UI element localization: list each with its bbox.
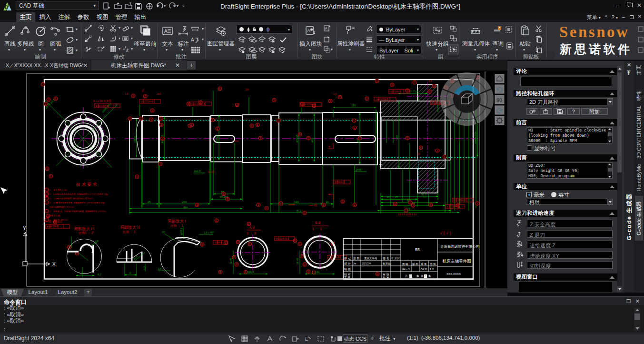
svg-text:⊕|⌀0.15|A-B: ⊕|⌀0.15|A-B xyxy=(95,104,109,107)
svg-text:134: 134 xyxy=(315,271,319,273)
svg-text:第: 第 xyxy=(421,274,424,277)
svg-text:3.0 6 X ⌀10E-6 6J: 3.0 6 X ⌀10E-6 6J xyxy=(398,213,416,216)
svg-text:5、 题轴颈 (S、12外圆) 用涂色法检查, 其接触面积不: 5、 题轴颈 (S、12外圆) 用涂色法检查, 其接触面积不小于75%, xyxy=(50,210,106,212)
svg-text:图 幅: 图 幅 xyxy=(402,263,408,266)
svg-text:+: + xyxy=(112,37,114,40)
svg-text:110: 110 xyxy=(351,104,356,107)
svg-text:◎|⌀0.02|A-B: ◎|⌀0.02|A-B xyxy=(375,98,389,101)
svg-text:119: 119 xyxy=(294,201,299,203)
svg-text:2.5: 2.5 xyxy=(245,88,248,91)
svg-text:16 H9: 16 H9 xyxy=(296,258,299,264)
svg-text:45: 45 xyxy=(148,201,151,203)
svg-text:√ ( √ ): √ ( √ ) xyxy=(440,231,451,235)
svg-text:116.5: 116.5 xyxy=(248,271,254,273)
svg-text:— III: — III xyxy=(309,203,317,207)
svg-text:重 量: 重 量 xyxy=(421,263,427,265)
svg-text:A: A xyxy=(325,27,327,30)
svg-text:质 数: 质 数 xyxy=(353,257,360,260)
svg-text:且靠近大端。: 且靠近大端。 xyxy=(50,214,62,217)
svg-text:3x2: 3x2 xyxy=(157,92,161,95)
svg-text:1.2: 1.2 xyxy=(143,266,146,270)
svg-text:90: 90 xyxy=(496,97,502,103)
svg-text:55: 55 xyxy=(415,247,420,252)
svg-text:8 x ⌀ 31 孔布置: 8 x ⌀ 31 孔布置 xyxy=(93,100,111,103)
svg-text:批 准: 批 准 xyxy=(383,276,389,280)
svg-text:⌀|0.02|A-B: ⌀|0.02|A-B xyxy=(390,90,401,93)
svg-text:E: E xyxy=(305,336,308,342)
svg-text:34: 34 xyxy=(326,201,329,203)
svg-text:12 H9: 12 H9 xyxy=(229,258,232,264)
svg-text:50: 50 xyxy=(417,152,420,155)
svg-text:311: 311 xyxy=(183,205,188,208)
svg-text:-03|A-B: -03|A-B xyxy=(214,241,223,244)
svg-text:⌀198.3: ⌀198.3 xyxy=(180,228,183,235)
svg-text:230: 230 xyxy=(182,201,187,203)
svg-text:7° 7'14": 7° 7'14" xyxy=(409,90,419,93)
svg-text:比例0 ： 1: 比例0 ： 1 xyxy=(79,231,93,235)
svg-text:1.6 x 45°: 1.6 x 45° xyxy=(204,231,214,234)
svg-text:2021/2/4: 2021/2/4 xyxy=(362,263,371,265)
svg-text:54.31: 54.31 xyxy=(421,268,427,271)
svg-text:设 计: 设 计 xyxy=(344,262,351,265)
svg-text:审 核: 审 核 xyxy=(383,273,389,276)
svg-text:6、 热处理, HRC52。: 6、 热处理, HRC52。 xyxy=(50,219,69,221)
svg-text:签 名: 签 名 xyxy=(383,257,389,260)
svg-text:机床主轴零件图: 机床主轴零件图 xyxy=(442,259,471,263)
svg-text:修 记: 修 记 xyxy=(344,256,351,260)
svg-text:共: 共 xyxy=(405,274,408,277)
svg-text:制 图: 制 图 xyxy=(344,268,351,271)
svg-text:年.月.日: 年.月.日 xyxy=(391,257,400,260)
svg-text:1.3: 1.3 xyxy=(428,80,432,82)
svg-text:技 术 要 求: 技 术 要 求 xyxy=(76,182,97,187)
svg-text:3、 1,30锥孔表面粗糙度, 轴向圆跳动公差为±0.1。: 3、 1,30锥孔表面粗糙度, 轴向圆跳动公差为±0.1。 xyxy=(50,197,95,200)
svg-text:⌀45js5: ⌀45js5 xyxy=(296,135,298,142)
svg-text:X: X xyxy=(52,262,56,267)
svg-text:1 ： 3: 1 ： 3 xyxy=(312,227,322,231)
svg-text:⌀|0.025|A-B: ⌀|0.025|A-B xyxy=(140,100,153,103)
svg-text:比例 ： 1: 比例 ： 1 xyxy=(123,230,136,234)
svg-text:比例 ： 1: 比例 ： 1 xyxy=(170,224,183,228)
svg-text:1 ： 3: 1 ： 3 xyxy=(247,231,256,235)
svg-text:工 艺: 工 艺 xyxy=(344,276,351,279)
svg-text:0.2: 0.2 xyxy=(98,273,101,276)
svg-text:局部放大 I: 局部放大 I xyxy=(168,219,186,223)
svg-text:青岛新思诺软件有限公司: 青岛新思诺软件有限公司 xyxy=(440,244,480,249)
svg-text:⌀30js: ⌀30js xyxy=(133,136,136,143)
svg-text:∠|0.03|A-B: ∠|0.03|A-B xyxy=(446,205,459,208)
svg-text:◎|⌀0.015|A-B: ◎|⌀0.015|A-B xyxy=(190,102,205,105)
svg-text:A: A xyxy=(164,29,168,34)
svg-text:,: , xyxy=(539,50,540,53)
svg-text:873: 873 xyxy=(297,209,302,212)
svg-text:⌀35k6: ⌀35k6 xyxy=(216,135,218,142)
svg-text:⌀45: ⌀45 xyxy=(311,138,314,142)
svg-text:2: 2 xyxy=(81,272,82,275)
svg-text:4: 4 xyxy=(129,272,131,274)
svg-text:2x 0.5: 2x 0.5 xyxy=(208,171,215,173)
svg-text:4、 1,4锥度用涂色法检查, 其接触面积不小于75%且靠近: 4、 1,4锥度用涂色法检查, 其接触面积不小于75%且靠近大端, xyxy=(50,202,105,204)
svg-text:XXX-XXXX: XXX-XXXX xyxy=(446,273,461,275)
svg-text:2x45°: 2x45° xyxy=(356,168,362,171)
svg-text:1:2: 1:2 xyxy=(430,268,434,271)
svg-text:B-B: B-B xyxy=(315,221,321,224)
svg-text:版 本: 版 本 xyxy=(412,263,418,266)
svg-text:◎|⌀0.015|A-B: ◎|⌀0.015|A-B xyxy=(301,103,316,106)
svg-text:1.5: 1.5 xyxy=(333,93,337,96)
svg-text:0.6: 0.6 xyxy=(158,267,162,270)
svg-text:2、 1,30锥孔涂色及跳动检查, 其接触面积不小于75%且: 2、 1,30锥孔涂色及跳动检查, 其接触面积不小于75%且靠近大端。 xyxy=(50,193,109,195)
svg-text:D: D xyxy=(5,5,8,10)
svg-text:⌀80: ⌀80 xyxy=(396,135,398,140)
svg-text:Y: Y xyxy=(23,226,26,231)
svg-text:集: 集 xyxy=(416,274,419,277)
svg-text:集: 集 xyxy=(428,274,431,277)
svg-text:比 例: 比 例 xyxy=(430,263,436,266)
svg-text:1.5: 1.5 xyxy=(125,92,128,95)
svg-text:局部放大 III: 局部放大 III xyxy=(74,226,94,231)
svg-text:更改文件号: 更改文件号 xyxy=(364,257,377,260)
svg-text:*: * xyxy=(262,40,264,43)
svg-text:15°: 15° xyxy=(162,231,166,233)
svg-text:A: A xyxy=(307,28,310,33)
svg-text:2x0.5: 2x0.5 xyxy=(194,170,200,172)
svg-text:x: x xyxy=(454,25,456,29)
svg-text:/|0.02|A-4: /|0.02|A-4 xyxy=(334,181,345,183)
svg-text:⊕|⌀0.2|A-B: ⊕|⌀0.2|A-B xyxy=(47,225,59,228)
